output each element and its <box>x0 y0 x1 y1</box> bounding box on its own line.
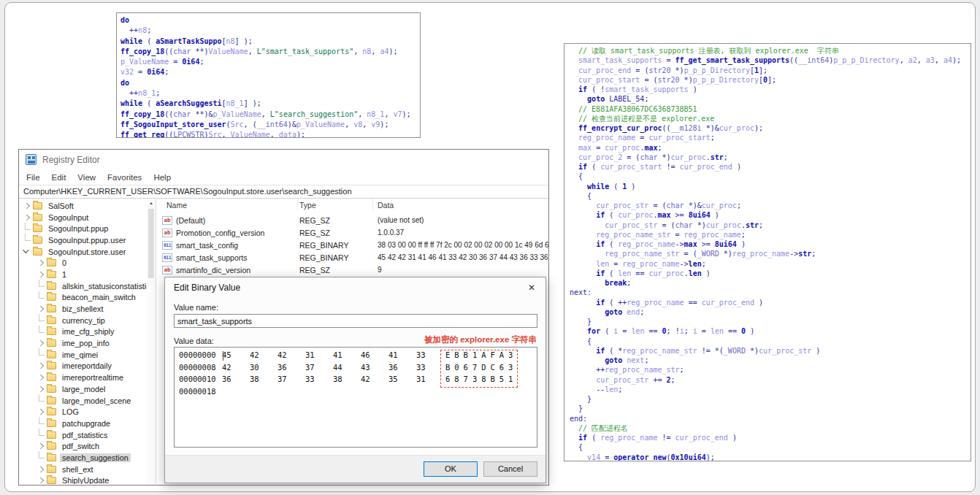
tree-item-SogouInput.ppup.user[interactable]: SogouInput.ppup.user <box>19 234 156 246</box>
chevron-right-icon[interactable] <box>36 407 45 417</box>
column-header-name[interactable]: Name <box>156 199 298 211</box>
hex-ascii-char[interactable]: 8 <box>454 375 463 387</box>
registry-value-row[interactable]: 011smart_task_supportsREG_BINARY45 42 42… <box>156 251 548 264</box>
hex-byte[interactable]: 31 <box>305 350 333 363</box>
tree-item-ShiplyUpdate[interactable]: ShiplyUpdate <box>19 475 156 485</box>
hex-byte[interactable]: 44 <box>333 363 361 375</box>
tree-item-SogouInput[interactable]: SogouInput <box>19 212 156 223</box>
hex-ascii-char[interactable]: 7 <box>472 363 481 375</box>
hex-ascii-char[interactable]: 0 <box>454 363 463 375</box>
cancel-button[interactable]: Cancel <box>483 461 537 477</box>
hex-editor[interactable]: 000000004542423141464133EBB1AFA300000008… <box>174 347 537 448</box>
hex-ascii-char[interactable]: F <box>490 350 499 363</box>
tree-item-allskin_statusiconstatistics[interactable]: allskin_statusiconstatistics <box>19 280 156 292</box>
hex-ascii-char[interactable]: 8 <box>481 375 490 387</box>
hex-ascii-char[interactable]: 7 <box>464 375 472 387</box>
tree-item-ime_pop_info[interactable]: ime_pop_info <box>19 337 156 349</box>
hex-ascii-char[interactable]: A <box>481 350 490 363</box>
menu-help[interactable]: Help <box>148 172 177 183</box>
hex-byte[interactable]: 37 <box>305 363 333 375</box>
hex-byte[interactable]: 37 <box>277 375 305 387</box>
chevron-right-icon[interactable] <box>36 361 45 371</box>
tree-item-large_model[interactable]: large_model <box>19 383 156 395</box>
hex-byte[interactable]: 33 <box>416 350 444 363</box>
chevron-right-icon[interactable] <box>22 212 31 222</box>
value-name-input[interactable] <box>174 314 537 328</box>
hex-ascii-char[interactable]: 6 <box>464 363 472 375</box>
hex-byte[interactable]: 36 <box>388 363 416 375</box>
hex-byte[interactable]: 42 <box>222 363 250 375</box>
hex-byte[interactable]: 35 <box>388 375 416 387</box>
chevron-right-icon[interactable] <box>36 476 45 484</box>
close-icon[interactable]: ✕ <box>527 283 537 293</box>
column-header-type[interactable]: Type <box>298 199 373 211</box>
hex-byte[interactable]: 31 <box>416 375 444 387</box>
tree-item-shell_ext[interactable]: shell_ext <box>19 464 156 475</box>
tree-item-SogouInput.ppup[interactable]: SogouInput.ppup <box>19 223 156 234</box>
hex-ascii-char[interactable]: 3 <box>508 363 517 375</box>
menu-favorites[interactable]: Favorites <box>102 172 148 183</box>
chevron-right-icon[interactable] <box>36 464 45 474</box>
tree-item-currency_tip[interactable]: currency_tip <box>19 315 156 326</box>
hex-ascii-char[interactable]: 1 <box>472 350 481 363</box>
hex-ascii-char[interactable]: 5 <box>499 375 508 387</box>
tree-item-ime_cfg_shiply[interactable]: ime_cfg_shiply <box>19 326 156 338</box>
address-bar[interactable]: Computer\HKEY_CURRENT_USER\SOFTWARE\Sogo… <box>19 185 548 199</box>
chevron-right-icon[interactable] <box>36 384 45 394</box>
hex-byte[interactable]: 43 <box>361 363 388 375</box>
hex-ascii-char[interactable]: 3 <box>472 375 481 387</box>
chevron-right-icon[interactable] <box>22 201 31 210</box>
hex-ascii-char[interactable]: E <box>445 350 454 363</box>
menu-file[interactable]: File <box>20 172 46 183</box>
tree-item-imereportrealtime[interactable]: imereportrealtime <box>19 372 156 383</box>
registry-value-row[interactable]: 011smart_task_configREG_BINARY38 03 00 0… <box>156 239 548 251</box>
tree-item-ime_qimei[interactable]: ime_qimei <box>19 349 156 361</box>
hex-byte[interactable]: 36 <box>277 363 305 375</box>
registry-value-row[interactable]: abPromotion_config_versionREG_SZ1.0.0.37 <box>156 226 548 239</box>
hex-byte[interactable]: 42 <box>361 375 388 387</box>
chevron-right-icon[interactable] <box>36 304 45 314</box>
hex-byte[interactable]: 42 <box>250 350 277 363</box>
hex-byte[interactable]: 33 <box>305 375 333 387</box>
dialog-title-bar[interactable]: Edit Binary Value ✕ <box>165 277 545 297</box>
hex-byte[interactable]: 45 <box>222 350 250 363</box>
tree-item-biz_shellext[interactable]: biz_shellext <box>19 303 156 315</box>
hex-ascii-char[interactable]: B <box>445 363 454 375</box>
ok-button[interactable]: OK <box>424 461 478 477</box>
hex-byte[interactable]: 41 <box>388 350 416 363</box>
tree-item-0[interactable]: 0 <box>19 257 156 269</box>
tree-item-LOG[interactable]: LOG <box>19 406 156 418</box>
tree-item-1[interactable]: 1 <box>19 269 156 280</box>
hex-ascii-char[interactable]: B <box>454 350 463 363</box>
chevron-right-icon[interactable] <box>36 373 45 383</box>
tree-item-pdf_switch[interactable]: pdf_switch <box>19 440 156 452</box>
hex-byte[interactable]: 41 <box>333 350 361 363</box>
menu-edit[interactable]: Edit <box>46 172 72 183</box>
hex-byte[interactable]: 36 <box>222 375 250 387</box>
hex-byte[interactable]: 38 <box>250 375 277 387</box>
chevron-down-icon[interactable] <box>22 247 31 256</box>
menu-view[interactable]: View <box>72 172 102 183</box>
hex-ascii-char[interactable]: 6 <box>445 375 454 387</box>
tree-item-imereportdaily[interactable]: imereportdaily <box>19 361 156 372</box>
chevron-right-icon[interactable] <box>36 269 45 279</box>
hex-byte[interactable]: 33 <box>416 363 444 375</box>
column-header-data[interactable]: Data <box>373 199 548 211</box>
registry-value-row[interactable]: ab(Default)REG_SZ(value not set) <box>156 214 548 226</box>
tree-item-patchupgrade[interactable]: patchupgrade <box>19 418 156 429</box>
tree-item-SalSoft[interactable]: SalSoft <box>19 200 156 212</box>
tree-scrollbar[interactable]: ▲ <box>147 199 156 484</box>
tree-item-large_model_scene[interactable]: large_model_scene <box>19 395 156 407</box>
tree-item-SogouInput.store.user[interactable]: SogouInput.store.user <box>19 246 156 258</box>
tree-item-search_suggestion[interactable]: search_suggestion <box>19 452 156 464</box>
hex-byte[interactable]: 42 <box>277 350 305 363</box>
hex-byte[interactable]: 30 <box>250 363 277 375</box>
scrollbar-up-icon[interactable]: ▲ <box>147 199 156 205</box>
scrollbar-thumb[interactable] <box>148 209 154 278</box>
hex-ascii-char[interactable]: 3 <box>508 350 517 363</box>
hex-byte[interactable]: 46 <box>361 350 388 363</box>
tree-item-pdf_statistics[interactable]: pdf_statistics <box>19 429 156 441</box>
hex-ascii-char[interactable]: B <box>490 375 499 387</box>
chevron-right-icon[interactable] <box>36 258 45 268</box>
chevron-right-icon[interactable] <box>36 442 45 451</box>
